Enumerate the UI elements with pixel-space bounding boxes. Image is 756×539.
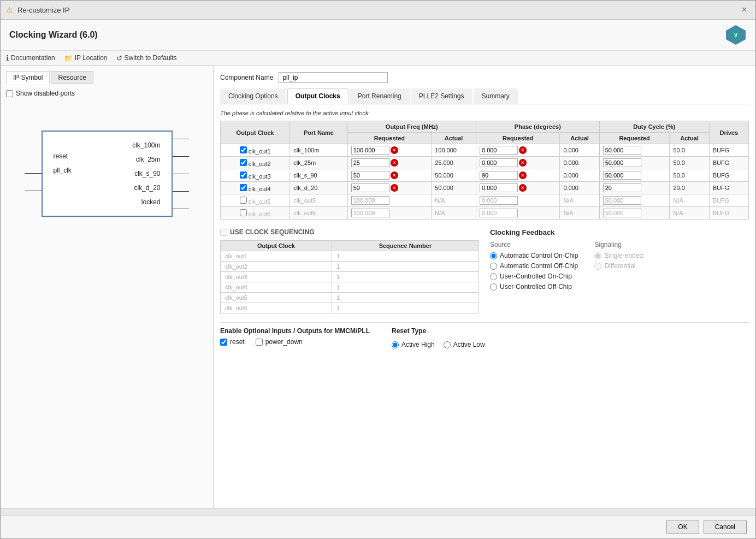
row5-phase-req-input[interactable] [480,196,518,205]
switch-defaults-label: Switch to Defaults [125,54,177,62]
row6-enable-checkbox[interactable] [240,209,247,216]
row3-freq-req-clear[interactable]: ✕ [391,171,398,179]
seq-col-clock: Output Clock [221,241,332,251]
row2-freq-req-group: ✕ [351,158,428,167]
horizontal-scrollbar[interactable] [1,508,755,515]
row4-duty-req-input[interactable] [603,183,641,192]
row5-freq-actual: N/A [432,194,476,207]
row2-enable-checkbox[interactable] [240,159,247,166]
clkd20-port-label: clk_d_20 [134,182,160,193]
use-clock-sequencing-checkbox[interactable] [220,229,227,236]
row5-enable-cell: clk_out5 [221,194,290,207]
row3-phase-req-input[interactable] [480,171,518,180]
tab-output-clocks[interactable]: Output Clocks [287,88,349,104]
tab-clocking-options[interactable]: Clocking Options [220,88,286,104]
row2-phase-req-clear[interactable]: ✕ [519,159,527,167]
tab-summary[interactable]: Summary [474,88,518,104]
power-down-checkbox[interactable] [256,339,263,346]
row2-freq-req-clear[interactable]: ✕ [391,159,398,167]
seq-num5: 1 [332,293,479,303]
reset-checkbox[interactable] [220,339,227,346]
documentation-link[interactable]: ℹ Documentation [6,54,55,62]
row4-freq-req-clear[interactable]: ✕ [391,184,398,192]
seq-row: clk_out4 1 [221,282,479,293]
tab-plle2-settings[interactable]: PLLE2 Settings [411,88,472,104]
tab-ip-symbol[interactable]: IP Symbol [6,71,50,84]
row4-freq-req-input[interactable] [351,183,389,192]
tab-resource[interactable]: Resource [51,71,93,84]
row1-phase-req-cell: ✕ [476,144,559,157]
radio-auto-on-chip[interactable] [490,252,497,259]
signaling-single-ended: Single-ended [594,252,643,259]
row6-freq-req-input[interactable] [351,209,389,217]
output-labels: clk_100m clk_25m clk_s_90 clk_d_20 locke… [132,140,160,208]
radio-active-low[interactable] [444,341,451,348]
seq-clk5: clk_out5 [221,293,332,303]
row2-duty-req-cell [599,157,670,169]
row5-duty-req-input[interactable] [603,196,641,205]
table-row: clk_out1 clk_100m ✕ 100.000 [221,144,749,157]
row6-duty-req-input[interactable] [603,209,641,217]
auto-on-chip-label: Automatic Control On-Chip [500,252,578,259]
row1-enable-checkbox[interactable] [240,146,247,153]
row2-duty-req-input[interactable] [603,158,641,167]
row1-drives: BUFG [709,144,748,157]
row1-phase-req-clear[interactable]: ✕ [519,146,527,154]
component-name-input[interactable] [279,72,388,83]
row6-freq-req-cell [347,207,431,220]
row1-duty-req-input[interactable] [603,146,641,155]
radio-differential[interactable] [594,263,601,270]
row2-phase-req-input[interactable] [480,158,518,167]
ip-location-link[interactable]: 📁 IP Location [64,54,108,62]
reset-type-title: Reset Type [392,327,485,335]
duty-requested-header: Requested [599,133,670,144]
seq-num1: 1 [332,251,479,262]
row5-enable-checkbox[interactable] [240,197,247,204]
row1-port-name: clk_100m [290,144,347,157]
clocks-table: Output Clock Port Name Output Freq (MHz)… [220,121,749,220]
refresh-icon: ↺ [116,54,122,62]
row6-phase-req-input[interactable] [480,209,518,217]
row4-phase-req-clear[interactable]: ✕ [519,184,527,192]
close-button[interactable]: × [739,4,750,16]
ok-button[interactable]: OK [666,520,699,534]
tab-port-renaming[interactable]: Port Renaming [350,88,410,104]
row3-duty-req-input[interactable] [603,171,641,180]
row5-freq-req-input[interactable] [351,196,389,205]
switch-defaults-link[interactable]: ↺ Switch to Defaults [116,54,177,62]
input-labels: reset pll_clk [54,151,72,176]
row1-freq-req-cell: ✕ [347,144,431,157]
clk25m-out-line [173,151,189,162]
row2-freq-actual: 25.000 [432,157,476,169]
component-name-label: Component Name [220,74,273,81]
row4-freq-actual: 50.000 [432,182,476,194]
show-disabled-checkbox[interactable] [6,90,13,97]
info-icon: ℹ [6,54,9,62]
radio-user-on-chip[interactable] [490,273,497,280]
row2-freq-req-input[interactable] [351,158,389,167]
radio-single-ended[interactable] [594,252,601,259]
cancel-button[interactable]: Cancel [704,520,747,534]
row1-duty-actual: 50.0 [670,144,709,157]
row1-phase-req-input[interactable] [480,146,518,155]
row3-phase-req-clear[interactable]: ✕ [519,171,527,179]
port-reset-line [25,168,42,179]
row3-freq-req-input[interactable] [351,171,389,180]
row3-enable-checkbox[interactable] [240,171,247,179]
feedback-cols: Source Automatic Control On-Chip Automat… [490,241,749,293]
row4-enable-checkbox[interactable] [240,184,247,191]
row1-freq-req-input[interactable] [351,146,389,155]
radio-active-high[interactable] [392,341,399,348]
radio-auto-off-chip[interactable] [490,263,497,270]
freq-requested-header: Requested [347,133,431,144]
show-disabled-row: Show disabled ports [6,90,208,97]
clks90-out-line [173,168,189,179]
radio-user-off-chip[interactable] [490,283,497,291]
source-auto-off-chip: Automatic Control Off-Chip [490,262,578,270]
component-name-row: Component Name [220,72,749,83]
row3-freq-req-cell: ✕ [347,169,431,182]
row6-enable-cell: clk_out6 [221,207,290,220]
row4-phase-req-input[interactable] [480,183,518,192]
row4-port-name: clk_d_20 [290,182,347,194]
row1-freq-req-clear[interactable]: ✕ [391,146,398,154]
